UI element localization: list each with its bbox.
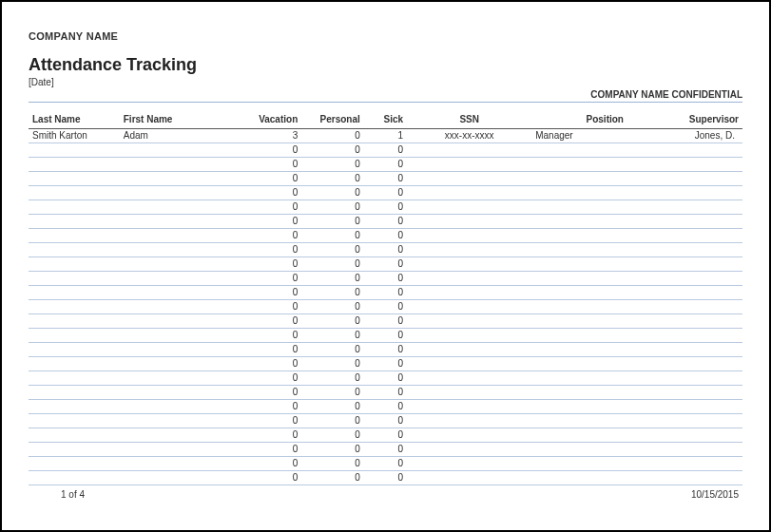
cell-ssn [407, 186, 531, 200]
cell-sick: 0 [364, 300, 407, 314]
cell-position [531, 386, 627, 400]
cell-sick: 0 [364, 257, 407, 272]
cell-last-name [29, 471, 120, 485]
cell-last-name [29, 200, 120, 215]
cell-sick: 1 [364, 129, 407, 143]
cell-personal: 0 [301, 343, 364, 357]
cell-sick: 0 [364, 143, 407, 158]
cell-position [531, 272, 627, 286]
table-body: Smith KartonAdam301xxx-xx-xxxxManagerJon… [29, 129, 742, 485]
cell-position [531, 300, 627, 314]
cell-sick: 0 [364, 400, 407, 414]
cell-ssn [407, 200, 531, 215]
cell-sick: 0 [364, 457, 407, 471]
cell-supervisor [627, 357, 742, 371]
cell-ssn [407, 457, 531, 471]
cell-position [531, 215, 627, 229]
cell-vacation: 0 [235, 257, 302, 272]
cell-sick: 0 [364, 357, 407, 371]
cell-vacation: 0 [235, 457, 302, 471]
cell-sick: 0 [364, 471, 407, 485]
cell-supervisor [627, 172, 742, 186]
cell-position [531, 371, 627, 386]
cell-last-name [29, 428, 120, 443]
cell-position [531, 357, 627, 371]
cell-last-name [29, 272, 120, 286]
cell-first-name [120, 414, 235, 428]
cell-position [531, 243, 627, 257]
footer: 1 of 4 10/15/2015 [29, 489, 742, 500]
cell-supervisor [627, 414, 742, 428]
cell-position [531, 286, 627, 300]
cell-ssn [407, 343, 531, 357]
cell-supervisor [627, 343, 742, 357]
table-row: 000 [29, 158, 742, 172]
confidential-label: COMPANY NAME CONFIDENTIAL [29, 89, 742, 103]
cell-supervisor [627, 300, 742, 314]
cell-position [531, 229, 627, 243]
cell-vacation: 0 [235, 215, 302, 229]
cell-ssn [407, 414, 531, 428]
cell-last-name [29, 172, 120, 186]
cell-personal: 0 [301, 371, 364, 386]
cell-personal: 0 [301, 300, 364, 314]
page-title: Attendance Tracking [29, 55, 742, 75]
cell-first-name [120, 386, 235, 400]
table-row: 000 [29, 243, 742, 257]
cell-sick: 0 [364, 172, 407, 186]
cell-personal: 0 [301, 215, 364, 229]
cell-ssn [407, 172, 531, 186]
cell-last-name [29, 314, 120, 329]
cell-first-name [120, 300, 235, 314]
cell-supervisor [627, 457, 742, 471]
cell-last-name [29, 243, 120, 257]
cell-first-name [120, 172, 235, 186]
table-row: 000 [29, 172, 742, 186]
cell-supervisor [627, 229, 742, 243]
cell-personal: 0 [301, 457, 364, 471]
cell-first-name [120, 200, 235, 215]
table-header-row: Last Name First Name Vacation Personal S… [29, 110, 742, 129]
cell-first-name [120, 443, 235, 457]
cell-sick: 0 [364, 314, 407, 329]
cell-first-name [120, 428, 235, 443]
cell-sick: 0 [364, 286, 407, 300]
table-row: 000 [29, 386, 742, 400]
cell-first-name [120, 186, 235, 200]
page-indicator: 1 of 4 [32, 489, 85, 500]
cell-last-name [29, 215, 120, 229]
cell-position [531, 257, 627, 272]
cell-supervisor [627, 371, 742, 386]
cell-ssn [407, 357, 531, 371]
cell-ssn [407, 329, 531, 343]
cell-vacation: 0 [235, 386, 302, 400]
table-row: 000 [29, 314, 742, 329]
cell-ssn [407, 428, 531, 443]
cell-sick: 0 [364, 386, 407, 400]
cell-vacation: 0 [235, 272, 302, 286]
cell-first-name [120, 286, 235, 300]
cell-ssn [407, 286, 531, 300]
cell-vacation: 0 [235, 229, 302, 243]
cell-vacation: 3 [235, 129, 302, 143]
table-row: 000 [29, 329, 742, 343]
cell-position [531, 457, 627, 471]
cell-vacation: 0 [235, 314, 302, 329]
table-row: 000 [29, 443, 742, 457]
cell-position [531, 443, 627, 457]
cell-position [531, 200, 627, 215]
cell-position [531, 400, 627, 414]
cell-vacation: 0 [235, 172, 302, 186]
cell-supervisor [627, 243, 742, 257]
col-personal: Personal [301, 110, 364, 129]
cell-first-name [120, 329, 235, 343]
cell-last-name [29, 457, 120, 471]
table-row: 000 [29, 457, 742, 471]
cell-ssn [407, 386, 531, 400]
cell-vacation: 0 [235, 200, 302, 215]
table-row: 000 [29, 371, 742, 386]
cell-supervisor [627, 329, 742, 343]
cell-personal: 0 [301, 386, 364, 400]
cell-first-name [120, 215, 235, 229]
table-row: 000 [29, 186, 742, 200]
